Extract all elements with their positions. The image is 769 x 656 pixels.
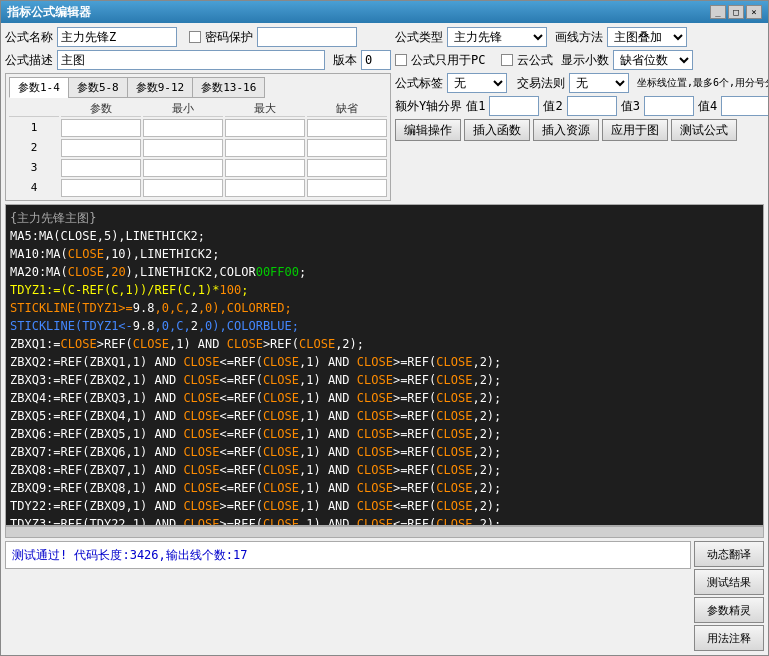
- formula-desc-input[interactable]: [57, 50, 325, 70]
- test-formula-button[interactable]: 测试公式: [671, 119, 737, 141]
- formula-type-label: 公式类型: [395, 29, 443, 46]
- code-comment: {主力先锋主图}: [10, 209, 759, 227]
- val1-label: 值1: [466, 98, 485, 115]
- param-1-default[interactable]: [307, 119, 387, 137]
- minimize-button[interactable]: _: [710, 5, 726, 19]
- status-message: 测试通过! 代码长度:3426,输出线个数:17: [12, 547, 247, 564]
- param-2-name[interactable]: [61, 139, 141, 157]
- only-pc-checkbox[interactable]: [395, 54, 407, 66]
- close-button[interactable]: ×: [746, 5, 762, 19]
- bottom-row: 测试通过! 代码长度:3426,输出线个数:17 动态翻译 测试结果 参数精灵 …: [5, 541, 764, 651]
- apply-to-button[interactable]: 应用于图: [602, 119, 668, 141]
- tags-row: 公式标签 无 交易法则 无 坐标线位置,最多6个,用分号分隔: [395, 73, 768, 93]
- code-line-3: MA20:MA(CLOSE,20),LINETHICK2,COLOR00FF00…: [10, 263, 759, 281]
- params-tabs: 参数1-4 参数5-8 参数9-12 参数13-16: [9, 77, 387, 98]
- code-line-7: ZBXQ1:=CLOSE>REF(CLOSE,1) AND CLOSE>REF(…: [10, 335, 759, 353]
- param-3-min[interactable]: [143, 159, 223, 177]
- code-editor[interactable]: {主力先锋主图} MA5:MA(CLOSE,5),LINETHICK2; MA1…: [5, 204, 764, 526]
- horizontal-scrollbar[interactable]: [5, 526, 764, 538]
- val4-label: 值4: [698, 98, 717, 115]
- param-3-max[interactable]: [225, 159, 305, 177]
- test-result-button[interactable]: 测试结果: [694, 569, 764, 595]
- code-section: {主力先锋主图} MA5:MA(CLOSE,5),LINETHICK2; MA1…: [5, 204, 764, 538]
- right-panel: 公式类型 主力先锋 画线方法 主图叠加 公式只用于P: [395, 27, 768, 201]
- dynamic-translate-button[interactable]: 动态翻译: [694, 541, 764, 567]
- param-summary-button[interactable]: 参数精灵: [694, 597, 764, 623]
- param-tab-3[interactable]: 参数9-12: [127, 77, 194, 98]
- param-row-1-label: 1: [9, 119, 59, 137]
- params-section: 参数1-4 参数5-8 参数9-12 参数13-16 参数 最小 最大 缺省 1: [5, 73, 391, 201]
- yaxis-val1-input[interactable]: [489, 96, 539, 116]
- method-comment-button[interactable]: 用法注释: [694, 625, 764, 651]
- param-tab-2[interactable]: 参数5-8: [68, 77, 128, 98]
- formula-type-select[interactable]: 主力先锋: [447, 27, 547, 47]
- param-1-name[interactable]: [61, 119, 141, 137]
- formula-desc-row: 公式描述 版本: [5, 50, 391, 70]
- param-4-min[interactable]: [143, 179, 223, 197]
- param-3-name[interactable]: [61, 159, 141, 177]
- param-col-max: 最大: [225, 101, 305, 117]
- edit-op-button[interactable]: 编辑操作: [395, 119, 461, 141]
- code-line-10: ZBXQ4:=REF(ZBXQ3,1) AND CLOSE<=REF(CLOSE…: [10, 389, 759, 407]
- param-header-row: [9, 101, 59, 117]
- insert-resource-button[interactable]: 插入资源: [533, 119, 599, 141]
- param-row-2-label: 2: [9, 139, 59, 157]
- param-4-name[interactable]: [61, 179, 141, 197]
- code-line-2: MA10:MA(CLOSE,10),LINETHICK2;: [10, 245, 759, 263]
- password-input[interactable]: [257, 27, 357, 47]
- code-line-9: ZBXQ3:=REF(ZBXQ2,1) AND CLOSE<=REF(CLOSE…: [10, 371, 759, 389]
- param-2-default[interactable]: [307, 139, 387, 157]
- only-pc-label: 公式只用于PC: [411, 52, 485, 69]
- status-bar: 测试通过! 代码长度:3426,输出线个数:17: [5, 541, 691, 569]
- code-line-13: ZBXQ7:=REF(ZBXQ6,1) AND CLOSE<=REF(CLOSE…: [10, 443, 759, 461]
- code-line-4: TDYZ1:=(C-REF(C,1))/REF(C,1)*100;: [10, 281, 759, 299]
- top-section: 公式名称 密码保护 公式描述 版本 参数1-4: [5, 27, 764, 201]
- trade-rule-label: 交易法则: [517, 75, 565, 92]
- formula-tag-label: 公式标签: [395, 75, 443, 92]
- display-decimal-select[interactable]: 缺省位数: [613, 50, 693, 70]
- param-1-min[interactable]: [143, 119, 223, 137]
- params-grid: 参数 最小 最大 缺省 1 2: [9, 101, 387, 197]
- title-bar: 指标公式编辑器 _ □ ×: [1, 1, 768, 23]
- param-2-max[interactable]: [225, 139, 305, 157]
- cloud-formula-checkbox[interactable]: [501, 54, 513, 66]
- password-label: 密码保护: [205, 29, 253, 46]
- window-controls: _ □ ×: [710, 5, 762, 19]
- code-line-14: ZBXQ8:=REF(ZBXQ7,1) AND CLOSE<=REF(CLOSE…: [10, 461, 759, 479]
- yaxis-label: 额外Y轴分界: [395, 98, 462, 115]
- coord-label: 坐标线位置,最多6个,用分号分隔: [637, 76, 768, 90]
- param-tab-1[interactable]: 参数1-4: [9, 77, 69, 98]
- formula-type-row: 公式类型 主力先锋 画线方法 主图叠加: [395, 27, 768, 47]
- code-line-8: ZBXQ2:=REF(ZBXQ1,1) AND CLOSE<=REF(CLOSE…: [10, 353, 759, 371]
- yaxis-val3-input[interactable]: [644, 96, 694, 116]
- version-input[interactable]: [361, 50, 391, 70]
- param-2-min[interactable]: [143, 139, 223, 157]
- param-tab-4[interactable]: 参数13-16: [192, 77, 265, 98]
- formula-desc-label: 公式描述: [5, 52, 53, 69]
- window-title: 指标公式编辑器: [7, 4, 91, 21]
- trade-rule-select[interactable]: 无: [569, 73, 629, 93]
- param-1-max[interactable]: [225, 119, 305, 137]
- param-3-default[interactable]: [307, 159, 387, 177]
- formula-tag-select[interactable]: 无: [447, 73, 507, 93]
- param-row-4-label: 4: [9, 179, 59, 197]
- param-4-max[interactable]: [225, 179, 305, 197]
- draw-method-select[interactable]: 主图叠加: [607, 27, 687, 47]
- password-checkbox[interactable]: [189, 31, 201, 43]
- yaxis-val4-input[interactable]: [721, 96, 768, 116]
- formula-name-label: 公式名称: [5, 29, 53, 46]
- display-decimal-label: 显示小数: [561, 52, 609, 69]
- side-buttons: 动态翻译 测试结果 参数精灵 用法注释: [694, 541, 764, 651]
- draw-method-label: 画线方法: [555, 29, 603, 46]
- maximize-button[interactable]: □: [728, 5, 744, 19]
- formula-name-input[interactable]: [57, 27, 177, 47]
- main-content: 公式名称 密码保护 公式描述 版本 参数1-4: [1, 23, 768, 655]
- code-line-12: ZBXQ6:=REF(ZBXQ5,1) AND CLOSE<=REF(CLOSE…: [10, 425, 759, 443]
- param-4-default[interactable]: [307, 179, 387, 197]
- code-line-15: ZBXQ9:=REF(ZBXQ8,1) AND CLOSE<=REF(CLOSE…: [10, 479, 759, 497]
- insert-fn-button[interactable]: 插入函数: [464, 119, 530, 141]
- param-col-default: 缺省: [307, 101, 387, 117]
- yaxis-section: 额外Y轴分界 值1 值2 值3 值4: [395, 96, 768, 116]
- right-top-main: 公式类型 主力先锋 画线方法 主图叠加 公式只用于P: [395, 27, 768, 141]
- yaxis-val2-input[interactable]: [567, 96, 617, 116]
